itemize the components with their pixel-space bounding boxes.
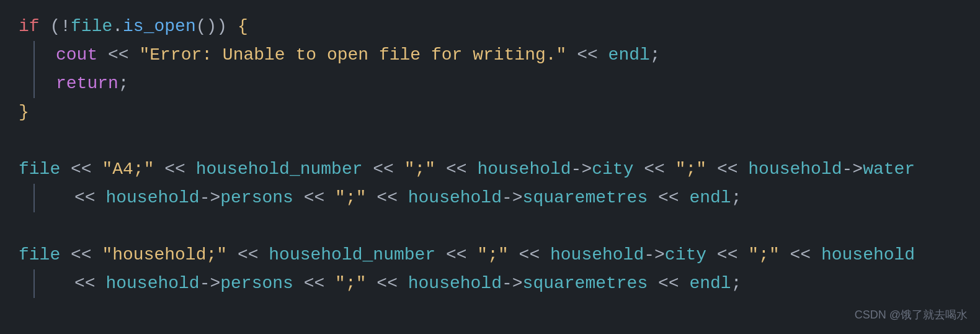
file-indent-line-1 [33,184,35,212]
brace-close: } [19,99,29,127]
var-household-end: household [821,241,915,269]
brace-open: { [238,13,248,41]
var-household-water: household [748,156,842,184]
if-block: cout << "Error: Unable to open file for … [0,41,980,98]
file-block-2: file << "household;" << household_number… [0,241,980,298]
kw-return: return [56,70,118,98]
var-household-persons-2: household [105,270,199,298]
str-a4: "A4;" [102,156,154,184]
code-editor: if (!file.is_open()) { cout << "Error: U… [0,0,980,334]
var-household-city-1: household [477,156,571,184]
blank-line-1 [0,127,980,155]
var-endl-3: endl [689,270,731,298]
var-household-number-2: household_number [269,241,435,269]
var-file-1: file [19,156,60,184]
line-brace-close: } [0,98,980,127]
line-file-household-cont: << household->persons << ";" << househol… [0,269,980,298]
str-semi-4: ";" [477,241,508,269]
prop-squaremetres-2: squaremetres [523,270,648,298]
line-file-a4: file << "A4;" << household_number << ";"… [0,155,980,184]
prop-persons-2: persons [220,270,293,298]
var-household-number-1: household_number [196,156,363,184]
str-error: "Error: Unable to open file for writing.… [139,42,566,70]
prop-city-2: city [665,241,706,269]
file-block-1: file << "A4;" << household_number << ";"… [0,155,980,212]
var-file: file [71,13,112,41]
watermark: CSDN @饿了就去喝水 [855,306,968,324]
var-household-sqm-2: household [408,270,502,298]
line-file-a4-cont: << household->persons << ";" << househol… [0,184,980,212]
str-semi-3: ";" [335,184,366,212]
str-semi-1: ";" [404,156,435,184]
line-cout: cout << "Error: Unable to open file for … [0,41,980,70]
prop-water: water [863,156,915,184]
var-household-city-2: household [550,241,644,269]
var-endl-2: endl [689,184,731,212]
prop-city-1: city [592,156,633,184]
blank-line-2 [0,212,980,241]
str-semi-6: ";" [335,270,366,298]
prop-squaremetres-1: squaremetres [523,184,648,212]
kw-cout: cout [56,42,97,70]
var-household-sqm-1: household [408,184,502,212]
kw-if: if [19,13,40,41]
var-household-persons-1: household [105,184,199,212]
var-endl: endl [608,42,650,70]
line-return: return; [0,70,980,98]
prop-persons-1: persons [220,184,293,212]
str-household: "household;" [102,241,227,269]
file-indent-line-2 [33,269,35,298]
var-file-2: file [19,241,60,269]
fn-is-open: is_open [123,13,196,41]
str-semi-5: ";" [748,241,779,269]
indent-line [33,41,35,98]
line-file-household: file << "household;" << household_number… [0,241,980,269]
line-if-open: if (!file.is_open()) { [0,12,980,41]
str-semi-2: ";" [675,156,706,184]
